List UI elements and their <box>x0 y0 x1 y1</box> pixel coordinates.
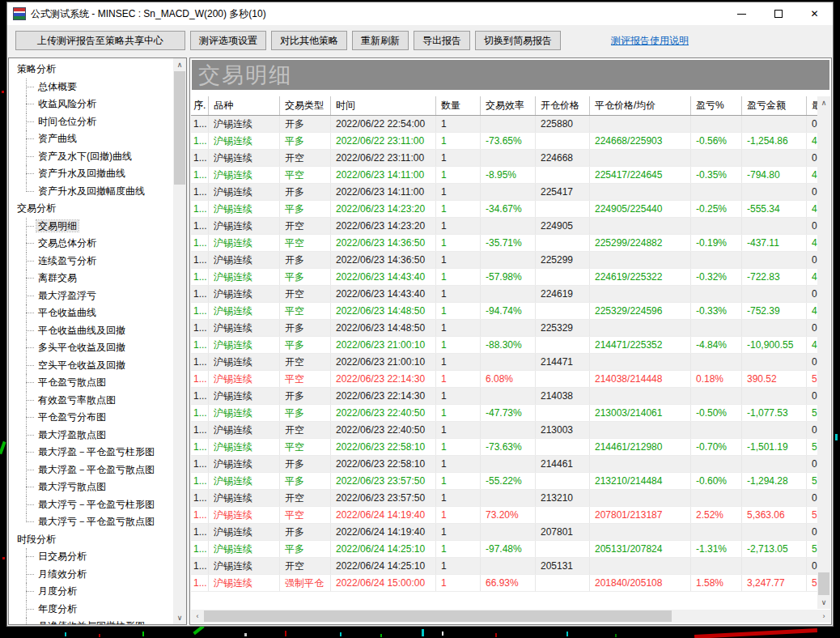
cell-symbol: 沪锡连续 <box>209 150 280 166</box>
trade-row[interactable]: 1...沪锡连续开空2022/06/24 14:25:1012051310 <box>191 558 817 575</box>
trade-row[interactable]: 1...沪锡连续平多2022/06/24 14:25:101-97.48%205… <box>191 541 817 558</box>
trade-row[interactable]: 1...沪锡连续开多2022/06/23 14:11:0012254170 <box>191 184 817 201</box>
sidebar-item[interactable]: 平仓收益曲线 <box>15 304 172 322</box>
column-header-trade-type[interactable]: 交易类型 <box>280 96 331 115</box>
sidebar-item[interactable]: 日交易分析 <box>15 548 172 566</box>
sidebar-item[interactable]: 平仓盈亏分布图 <box>15 409 172 427</box>
sidebar-item[interactable]: 多头平仓收益及回撤 <box>15 339 172 357</box>
column-header-symbol[interactable]: 品种 <box>209 96 280 115</box>
trade-row[interactable]: 1...沪锡连续开空2022/06/23 21:00:1012144710 <box>191 354 817 371</box>
trade-row[interactable]: 1...沪锡连续平空2022/06/24 14:19:40173.20%2078… <box>191 507 817 524</box>
sidebar-item[interactable]: 月度分析 <box>15 583 172 601</box>
sidebar-item[interactable]: 资产曲线 <box>15 130 172 148</box>
trade-row[interactable]: 1...沪锡连续开空2022/06/23 14:23:2012249050 <box>191 218 817 235</box>
cell-symbol: 沪锡连续 <box>209 575 280 591</box>
sidebar-item[interactable]: 交易明细 <box>15 218 172 236</box>
trade-row[interactable]: 1...沪锡连续开多2022/06/23 22:58:1012144610 <box>191 456 817 473</box>
sidebar-item[interactable]: 连续盈亏分析 <box>15 253 172 270</box>
trade-row[interactable]: 1...沪锡连续平多2022/06/23 14:23:201-34.67%224… <box>191 201 817 218</box>
upload-report-button[interactable]: 上传测评报告至策略共享中心 <box>15 31 185 50</box>
trade-row[interactable]: 1...沪锡连续开空2022/06/23 23:57:5012132100 <box>191 490 817 507</box>
column-header-extra[interactable]: 最 <box>807 96 817 115</box>
sidebar-item[interactable]: 资产升水及回撤曲线 <box>15 165 172 183</box>
trade-row[interactable]: 1...沪锡连续开多2022/06/24 14:19:4012078010 <box>191 524 817 541</box>
sidebar-section-label[interactable]: 交易分析 <box>15 200 172 218</box>
trade-row[interactable]: 1...沪锡连续强制平仓2022/06/24 15:00:00166.93%20… <box>191 575 817 592</box>
sidebar-scrollbar[interactable]: ∧ ∨ <box>173 58 186 624</box>
table-vertical-scrollbar[interactable]: ∧ ∨ <box>817 96 830 609</box>
maximize-button[interactable] <box>760 2 796 25</box>
column-header-time[interactable]: 时间 <box>331 96 436 115</box>
sidebar-scroll-up-icon[interactable]: ∧ <box>173 58 186 71</box>
sidebar-item[interactable]: 资产升水及回撤幅度曲线 <box>15 183 172 201</box>
column-header-quantity[interactable]: 数量 <box>436 96 481 115</box>
table-scroll-left-icon[interactable]: ‹ <box>191 610 204 623</box>
sidebar-item[interactable]: 月绩效分析 <box>15 566 172 584</box>
table-horizontal-scrollbar[interactable]: ‹ › <box>191 610 830 623</box>
trade-row[interactable]: 1...沪锡连续平多2022/06/23 22:40:501-47.73%213… <box>191 405 817 422</box>
sidebar-item[interactable]: 时间仓位分析 <box>15 113 172 131</box>
sidebar-item[interactable]: 月净值收益与回撤柱形图 <box>15 618 172 624</box>
table-vscroll-thumb[interactable] <box>818 572 829 595</box>
table-scroll-up-icon[interactable]: ∧ <box>817 96 830 109</box>
sidebar-item[interactable]: 有效盈亏率散点图 <box>15 392 172 410</box>
sidebar-item[interactable]: 最大浮盈散点图 <box>15 427 172 444</box>
sidebar-section-label[interactable]: 时段分析 <box>15 531 172 549</box>
sidebar-item[interactable]: 收益风险分析 <box>15 96 172 113</box>
close-button[interactable]: ✕ <box>796 2 833 25</box>
cell-extra: 0 <box>807 354 817 370</box>
export-report-button[interactable]: 导出报告 <box>414 31 470 50</box>
trade-row[interactable]: 1...沪锡连续开多2022/06/22 22:54:0012258800 <box>191 116 817 133</box>
trade-row[interactable]: 1...沪锡连续开空2022/06/23 14:43:4012246190 <box>191 286 817 303</box>
sidebar-item[interactable]: 最大浮亏散点图 <box>15 478 172 496</box>
trade-row[interactable]: 1...沪锡连续平空2022/06/23 22:14:3016.08%21403… <box>191 371 817 388</box>
sidebar-section-label[interactable]: 策略分析 <box>15 61 172 79</box>
help-link[interactable]: 测评报告使用说明 <box>611 34 689 48</box>
sidebar-scroll-thumb[interactable] <box>174 71 185 185</box>
minimize-button[interactable] <box>723 2 760 25</box>
table-scroll-down-icon[interactable]: ∨ <box>817 596 830 609</box>
column-header-efficiency[interactable]: 交易效率 <box>481 96 536 115</box>
sidebar-item[interactable]: 最大浮盈浮亏 <box>15 287 172 305</box>
trade-row[interactable]: 1...沪锡连续平多2022/06/23 14:43:401-57.98%224… <box>191 269 817 286</box>
column-header-seq[interactable]: 序. <box>191 96 209 115</box>
trade-row[interactable]: 1...沪锡连续平空2022/06/23 14:36:501-35.71%225… <box>191 235 817 252</box>
sidebar-item[interactable]: 空头平仓收益及回撤 <box>15 357 172 375</box>
trade-row[interactable]: 1...沪锡连续平空2022/06/23 14:11:001-8.95%2254… <box>191 167 817 184</box>
sidebar-item[interactable]: 交易总体分析 <box>15 235 172 253</box>
sidebar-item[interactable]: 资产及水下(回撤)曲线 <box>15 148 172 166</box>
refresh-button[interactable]: 重新刷新 <box>352 31 409 50</box>
sidebar-item[interactable]: 最大浮亏－平仓盈亏柱形图 <box>15 496 172 514</box>
trade-row[interactable]: 1...沪锡连续开多2022/06/23 22:14:3012140380 <box>191 388 817 405</box>
table-scroll-right-icon[interactable]: › <box>817 610 830 623</box>
column-header-close-avg-price[interactable]: 平仓价格/均价 <box>590 96 691 115</box>
cell-seq: 1... <box>191 235 209 251</box>
trade-row[interactable]: 1...沪锡连续平多2022/06/23 21:00:101-88.30%214… <box>191 337 817 354</box>
trade-row[interactable]: 1...沪锡连续开多2022/06/23 14:36:5012252990 <box>191 252 817 269</box>
trade-row[interactable]: 1...沪锡连续平多2022/06/23 23:57:501-55.22%213… <box>191 473 817 490</box>
sidebar-item[interactable]: 最大浮盈－平仓盈亏散点图 <box>15 461 172 479</box>
compare-strategy-button[interactable]: 对比其他策略 <box>271 31 347 50</box>
trade-row[interactable]: 1...沪锡连续平空2022/06/23 14:48:501-94.74%225… <box>191 303 817 320</box>
sidebar-item[interactable]: 年度分析 <box>15 601 172 619</box>
column-header-pnl-percent[interactable]: 盈亏% <box>691 96 742 115</box>
sidebar-scroll-down-icon[interactable]: ∨ <box>173 611 186 624</box>
trade-row[interactable]: 1...沪锡连续平多2022/06/22 23:11:001-73.65%224… <box>191 133 817 150</box>
sidebar-item[interactable]: 最大浮亏－平仓盈亏散点图 <box>15 513 172 531</box>
column-header-pnl-amount[interactable]: 盈亏金额 <box>742 96 807 115</box>
sidebar-item[interactable]: 平仓收益曲线及回撤 <box>15 322 172 340</box>
table-hscroll-thumb[interactable] <box>204 610 672 622</box>
sidebar-item[interactable]: 最大浮盈－平仓盈亏柱形图 <box>15 444 172 461</box>
eval-options-button[interactable]: 测评选项设置 <box>190 31 266 50</box>
toggle-simple-report-button[interactable]: 切换到简易报告 <box>475 31 561 50</box>
trade-row[interactable]: 1...沪锡连续平空2022/06/23 22:58:101-73.63%214… <box>191 439 817 456</box>
cell-pnl-percent: -0.50% <box>691 405 742 421</box>
sidebar-item[interactable]: 总体概要 <box>15 79 172 96</box>
trade-row[interactable]: 1...沪锡连续开空2022/06/23 22:40:5012130030 <box>191 422 817 439</box>
trade-row[interactable]: 1...沪锡连续开空2022/06/22 23:11:0012246680 <box>191 150 817 167</box>
cell-efficiency: -57.98% <box>481 269 536 285</box>
sidebar-item[interactable]: 离群交易 <box>15 270 172 287</box>
column-header-open-price[interactable]: 开仓价格 <box>536 96 590 115</box>
trade-row[interactable]: 1...沪锡连续开多2022/06/23 14:48:5012253290 <box>191 320 817 337</box>
sidebar-item[interactable]: 平仓盈亏散点图 <box>15 374 172 392</box>
